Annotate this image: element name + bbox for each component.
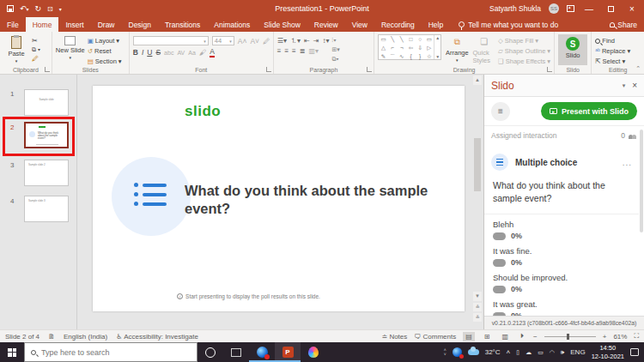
bullets-button[interactable]: ☰▾ [277, 37, 287, 45]
pane-dropdown-icon[interactable]: ▾ [623, 82, 626, 89]
task-view-button[interactable] [223, 342, 249, 362]
zoom-level[interactable]: 61% [613, 333, 627, 341]
restore-button[interactable] [604, 4, 617, 14]
avatar[interactable]: SS [549, 3, 559, 14]
cortana-button[interactable] [197, 342, 223, 362]
present-with-slido-button[interactable]: ▸ Present with Slido [541, 102, 637, 120]
text-shadow-button[interactable]: abc [164, 50, 173, 56]
next-slide-icon[interactable]: ≚ [473, 313, 482, 322]
select-button[interactable]: ⇱Select ▾ [595, 57, 630, 65]
paste-button[interactable]: Paste ▾ [3, 34, 29, 63]
tab-transitions[interactable]: Transitions [158, 17, 207, 32]
comments-toggle[interactable]: 🗨 Comments [414, 333, 456, 341]
new-slide-button[interactable]: New Slide ▾ [56, 34, 85, 60]
slide-scrollbar[interactable]: ▲ ▼ ≙ ≚ [473, 75, 482, 329]
hidden-icons-chevron[interactable]: ˄ [507, 348, 511, 356]
thumbnail-slide-1[interactable]: Sample slide [24, 89, 69, 116]
pane-close-icon[interactable]: × [632, 81, 637, 90]
font-size-combo[interactable]: 44▾ [212, 36, 234, 45]
previous-slide-icon[interactable]: ≙ [473, 303, 482, 311]
slide-sorter-icon[interactable]: ⊞ [482, 332, 493, 341]
scrollbar-thumb[interactable] [474, 138, 481, 191]
phone-icon[interactable]: ▯ [516, 349, 519, 356]
ribbon-display-options-icon[interactable] [567, 5, 574, 12]
minimize-button[interactable]: — [582, 4, 596, 14]
numbering-button[interactable]: ⒈▾ [290, 36, 301, 45]
line-spacing-button[interactable]: ↕▾ [322, 37, 329, 45]
slide-question[interactable]: What do you think about the sample event… [185, 182, 434, 219]
clear-formatting-icon[interactable]: 🖉 [263, 37, 270, 45]
zoom-in-icon[interactable]: + [603, 333, 607, 341]
fit-to-window-icon[interactable]: ⛶ [634, 332, 639, 341]
paragraph-dialog-launcher[interactable] [367, 67, 372, 72]
wifi-icon[interactable]: ◠ [550, 349, 555, 356]
shape-effects-button[interactable]: ❑ Shape Effects ▾ [498, 57, 550, 65]
tell-me-box[interactable]: Tell me what you want to do [459, 17, 558, 32]
strikethrough-button[interactable]: S [155, 48, 161, 57]
tab-insert[interactable]: Insert [58, 17, 90, 32]
underline-button[interactable]: U [147, 48, 152, 57]
customize-qat-icon[interactable]: ▾ [59, 6, 62, 12]
thumbnail-slide-4[interactable]: Sample slide 3 [24, 196, 69, 222]
text-direction-button[interactable]: ⫶▾ [331, 37, 339, 44]
zoom-slider[interactable] [544, 336, 596, 337]
paint3d-taskbar-button[interactable] [301, 342, 326, 362]
justify-button[interactable]: ≣ [300, 47, 306, 55]
scroll-up-icon[interactable]: ▲ [473, 75, 482, 85]
clipboard-dialog-launcher[interactable] [45, 67, 50, 72]
align-center-button[interactable]: ≡ [284, 47, 289, 55]
format-painter-icon[interactable]: 🖉 [32, 55, 40, 63]
accessibility-status[interactable]: ♿︎ Accessibility: Investigate [116, 333, 198, 341]
highlight-button[interactable]: 🖌 [199, 48, 207, 57]
onedrive-icon[interactable]: ☁ [526, 349, 532, 356]
tray-scroll-icons[interactable]: ˄˅ [444, 348, 447, 357]
tab-home[interactable]: Home [26, 17, 59, 32]
smartart-button[interactable]: ⧉▾ [331, 56, 339, 63]
interaction-card[interactable]: Multiple choice ... What do you think ab… [484, 147, 639, 326]
section-button[interactable]: ▤Section ▾ [88, 57, 122, 65]
normal-view-icon[interactable]: ▤ [463, 332, 475, 341]
slido-addin-button[interactable]: S Slido [558, 34, 587, 65]
weather-icon[interactable] [468, 349, 479, 355]
align-left-button[interactable]: ≡ [277, 47, 282, 55]
volume-icon[interactable]: 🕪 [561, 349, 564, 356]
pane-scrollbar[interactable] [640, 130, 643, 232]
start-button[interactable] [0, 342, 24, 362]
layout-button[interactable]: ▣Layout ▾ [88, 37, 122, 45]
help-alert-icon[interactable] [453, 347, 462, 357]
slide-canvas[interactable]: slido What do you think about the sample… [93, 86, 465, 311]
tab-help[interactable]: Help [422, 17, 450, 32]
redo-icon[interactable]: ↻ [35, 4, 42, 13]
font-color-button[interactable]: A [210, 47, 215, 57]
tab-draw[interactable]: Draw [91, 17, 122, 32]
reading-view-icon[interactable]: ▥ [499, 332, 511, 341]
change-case-button[interactable]: Aa [188, 50, 196, 56]
tab-recording[interactable]: Recording [374, 17, 422, 32]
account-name[interactable]: Satyarth Shukla [489, 4, 541, 13]
drawing-dialog-launcher[interactable] [547, 67, 552, 72]
grow-font-icon[interactable]: A˄ [238, 37, 247, 45]
slideshow-view-icon[interactable]: ⏵ [518, 331, 526, 341]
card-menu-icon[interactable]: ... [623, 158, 632, 167]
shapes-gallery[interactable]: ▭╲╲□○▭ △⌐¬⇦⇩▷ ✎⌒∿{}☆ ▲▼ [378, 34, 441, 60]
scroll-down-icon[interactable]: ▼ [473, 292, 482, 301]
language-indicator[interactable]: ENG [570, 348, 585, 356]
shape-fill-button[interactable]: ◇ Shape Fill ▾ [498, 37, 550, 45]
columns-button[interactable]: ▥▾ [308, 47, 319, 55]
align-right-button[interactable]: ≡ [292, 47, 296, 55]
taskbar-search[interactable] [24, 342, 197, 362]
italic-button[interactable]: I [142, 48, 143, 57]
cut-icon[interactable]: ✂ [32, 37, 40, 45]
font-dialog-launcher[interactable] [266, 67, 271, 72]
thumbnail-slide-3[interactable]: Sample slide 2 [24, 160, 69, 186]
replace-button[interactable]: ᵃᵇReplace ▾ [595, 47, 630, 55]
arrange-button[interactable]: ⧉ Arrange ▾ [444, 34, 470, 63]
reset-button[interactable]: ↺Reset [88, 47, 122, 55]
font-name-combo[interactable]: ▾ [133, 36, 209, 45]
clock[interactable]: 14:50 12-10-2021 [592, 344, 624, 361]
align-text-button[interactable]: ⊞▾ [331, 46, 339, 53]
tab-slide-show[interactable]: Slide Show [257, 17, 307, 32]
language-status[interactable]: English (India) [64, 333, 107, 341]
save-icon[interactable] [7, 5, 14, 12]
zoom-out-icon[interactable]: − [533, 333, 538, 341]
